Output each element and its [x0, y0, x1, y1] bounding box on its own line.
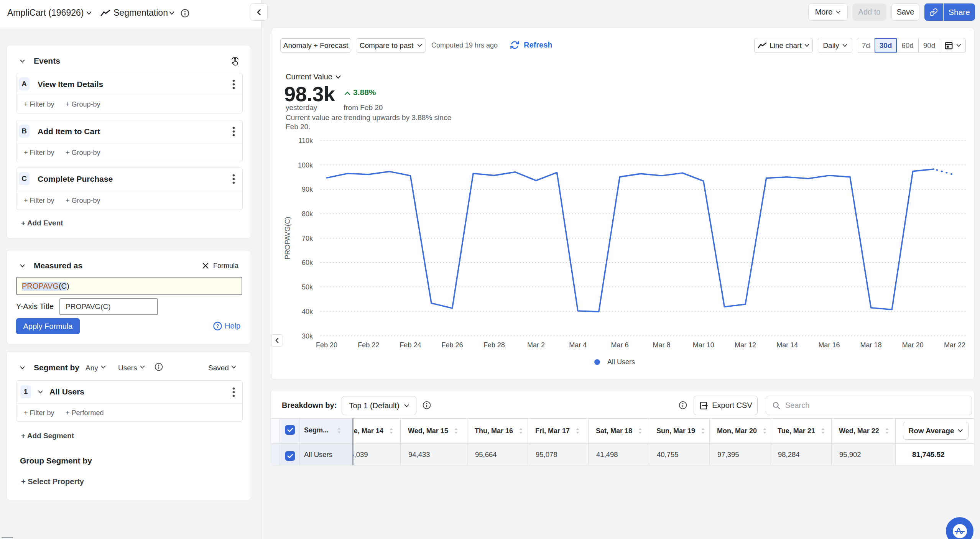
svg-text:50k: 50k	[302, 283, 313, 291]
svg-text:Mar 4: Mar 4	[569, 341, 587, 349]
svg-text:30k: 30k	[302, 332, 313, 340]
svg-text:Mar 16: Mar 16	[818, 341, 840, 349]
svg-text:70k: 70k	[302, 235, 313, 242]
svg-text:PROPAVG(C): PROPAVG(C)	[284, 217, 291, 259]
svg-text:Mar 2: Mar 2	[527, 341, 545, 349]
svg-text:Mar 12: Mar 12	[735, 341, 756, 349]
svg-text:60k: 60k	[302, 259, 313, 266]
svg-text:Mar 18: Mar 18	[860, 341, 882, 349]
svg-text:40k: 40k	[302, 308, 313, 316]
svg-text:?: ?	[216, 324, 219, 329]
svg-text:110k: 110k	[298, 137, 313, 145]
svg-text:80k: 80k	[302, 210, 313, 218]
svg-text:Feb 24: Feb 24	[400, 341, 421, 349]
svg-text:Feb 26: Feb 26	[442, 341, 463, 349]
svg-text:Feb 20: Feb 20	[316, 341, 337, 349]
svg-text:90k: 90k	[302, 186, 313, 193]
svg-text:Mar 22: Mar 22	[944, 341, 965, 349]
svg-text:Mar 6: Mar 6	[611, 341, 628, 349]
svg-text:Mar 20: Mar 20	[902, 341, 924, 349]
svg-text:Mar 8: Mar 8	[653, 341, 671, 349]
svg-text:100k: 100k	[298, 161, 313, 169]
svg-text:Mar 10: Mar 10	[693, 341, 714, 349]
svg-text:Mar 14: Mar 14	[776, 341, 798, 349]
svg-text:Feb 28: Feb 28	[483, 341, 505, 349]
svg-text:Feb 22: Feb 22	[358, 341, 379, 349]
